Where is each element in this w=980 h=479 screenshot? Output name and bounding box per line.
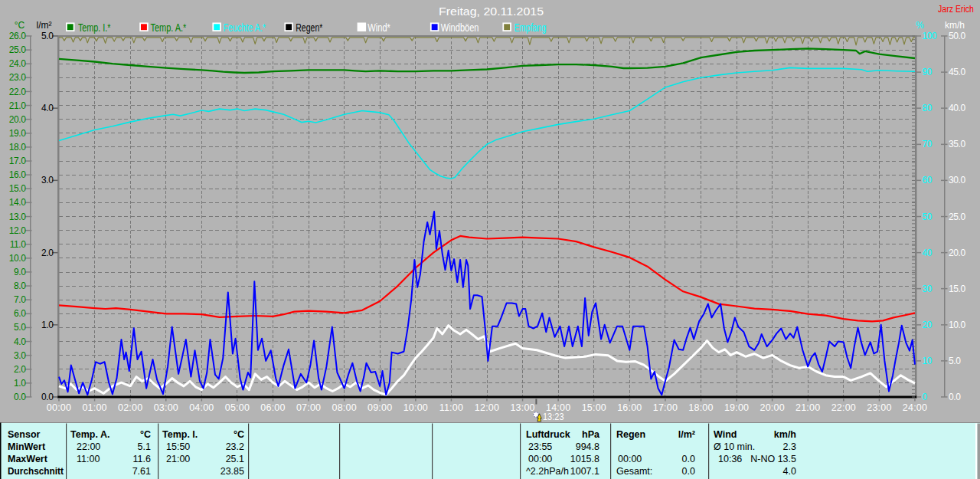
svg-text:25.0: 25.0: [9, 44, 26, 55]
svg-text:26.0: 26.0: [9, 31, 26, 41]
svg-text:17.0: 17.0: [9, 156, 26, 166]
svg-text:60: 60: [923, 175, 933, 185]
svg-text:0.0: 0.0: [949, 392, 961, 402]
svg-text:14.0: 14.0: [9, 197, 26, 208]
svg-text:16:00: 16:00: [617, 402, 642, 413]
svg-text:l/m²: l/m²: [37, 20, 52, 31]
svg-text:22:00: 22:00: [831, 402, 856, 413]
svg-text:20.0: 20.0: [949, 248, 965, 258]
svg-text:5.0: 5.0: [14, 322, 26, 333]
svg-text:10: 10: [923, 356, 933, 366]
svg-text:12.0: 12.0: [9, 225, 26, 236]
svg-text:1.0: 1.0: [14, 378, 26, 389]
svg-text:N-NO 13.5: N-NO 13.5: [750, 454, 796, 464]
svg-text:Regen*: Regen*: [296, 21, 322, 34]
svg-text:1.0: 1.0: [41, 320, 54, 330]
svg-text:Temp. I.: Temp. I.: [162, 429, 198, 440]
svg-text:Jarz Erich: Jarz Erich: [938, 4, 974, 15]
svg-text:15.0: 15.0: [9, 183, 26, 194]
svg-text:8.0: 8.0: [14, 281, 26, 291]
svg-text:00:00: 00:00: [47, 402, 71, 413]
svg-text:Temp. A.: Temp. A.: [70, 429, 109, 440]
svg-text:Wind: Wind: [714, 429, 737, 440]
svg-text:10:36: 10:36: [718, 454, 742, 464]
svg-text:40.0: 40.0: [949, 103, 965, 113]
svg-text:5.0: 5.0: [949, 356, 961, 366]
svg-text:40: 40: [923, 248, 933, 258]
svg-text:2.3: 2.3: [783, 441, 796, 452]
svg-text:04:00: 04:00: [189, 402, 214, 413]
svg-text:23:00: 23:00: [867, 402, 891, 413]
svg-text:01:00: 01:00: [82, 402, 106, 413]
svg-text:25.1: 25.1: [226, 454, 244, 464]
svg-text:16.0: 16.0: [9, 169, 26, 180]
svg-text:15.0: 15.0: [949, 284, 965, 294]
svg-text:20.0: 20.0: [9, 114, 26, 125]
svg-text:22.0: 22.0: [9, 87, 26, 97]
svg-text:km/h: km/h: [945, 20, 965, 31]
svg-text:4.0: 4.0: [14, 336, 26, 347]
svg-text:00:00: 00:00: [618, 454, 642, 464]
svg-text:11.0: 11.0: [10, 239, 27, 250]
svg-text:9.0: 9.0: [14, 267, 26, 277]
svg-text:24.0: 24.0: [9, 58, 26, 69]
svg-text:02:00: 02:00: [118, 402, 142, 413]
svg-text:17:00: 17:00: [653, 402, 678, 413]
svg-text:15:00: 15:00: [582, 402, 606, 413]
svg-text:09:00: 09:00: [368, 402, 392, 413]
svg-text:5.0: 5.0: [41, 31, 54, 41]
svg-text:10.0: 10.0: [949, 320, 965, 330]
svg-text:24:00: 24:00: [903, 402, 927, 413]
svg-text:21:00: 21:00: [166, 454, 190, 464]
svg-text:3.0: 3.0: [14, 350, 26, 361]
svg-text:Wind*: Wind*: [368, 21, 390, 34]
svg-text:45.0: 45.0: [949, 67, 965, 77]
svg-text:15:50: 15:50: [166, 441, 190, 452]
svg-text:2.0: 2.0: [41, 248, 54, 258]
svg-text:4.0: 4.0: [41, 103, 54, 113]
svg-text:19:00: 19:00: [724, 402, 749, 413]
svg-text:08:00: 08:00: [332, 402, 357, 413]
svg-text:Temp. I.*: Temp. I.*: [78, 21, 111, 34]
svg-text:Gesamt:: Gesamt:: [616, 466, 652, 477]
svg-text:7.61: 7.61: [132, 466, 151, 477]
svg-text:10:00: 10:00: [403, 402, 428, 413]
svg-text:7.0: 7.0: [14, 294, 26, 305]
svg-text:Freitag, 20.11.2015: Freitag, 20.11.2015: [439, 5, 544, 18]
svg-text:3.0: 3.0: [41, 175, 54, 185]
svg-text:6.0: 6.0: [14, 308, 26, 319]
svg-text:70: 70: [923, 139, 933, 149]
svg-text:^2.2hPa/h: ^2.2hPa/h: [526, 466, 569, 477]
svg-text:21:00: 21:00: [795, 402, 820, 413]
svg-text:Sensor: Sensor: [8, 429, 41, 440]
svg-text:Regen: Regen: [616, 429, 645, 440]
svg-text:23.2: 23.2: [226, 441, 244, 452]
svg-text:00:00: 00:00: [528, 454, 552, 464]
svg-text:994.8: 994.8: [576, 441, 599, 452]
svg-text:0.0: 0.0: [41, 392, 54, 402]
svg-text:°C: °C: [15, 20, 25, 31]
svg-text:km/h: km/h: [774, 429, 796, 440]
svg-text:18.0: 18.0: [9, 142, 26, 153]
svg-text:30: 30: [923, 284, 933, 294]
svg-text:20:00: 20:00: [760, 402, 785, 413]
svg-text:25.0: 25.0: [949, 212, 965, 222]
svg-text:11:00: 11:00: [77, 454, 100, 464]
svg-text:50.0: 50.0: [949, 31, 965, 41]
svg-text:2.0: 2.0: [14, 364, 26, 375]
svg-text:Windböen: Windböen: [441, 21, 479, 34]
svg-text:1007.1: 1007.1: [570, 466, 599, 477]
svg-text:22:00: 22:00: [77, 441, 100, 452]
svg-text:13.0: 13.0: [9, 212, 26, 222]
svg-text:21.0: 21.0: [9, 100, 26, 111]
svg-text:35.0: 35.0: [949, 139, 965, 149]
svg-text:Feuchte A.*: Feuchte A.*: [224, 21, 266, 34]
svg-text:11:00: 11:00: [439, 402, 463, 413]
svg-text:5.1: 5.1: [138, 441, 151, 452]
svg-text:19.0: 19.0: [9, 128, 26, 139]
svg-text:06:00: 06:00: [260, 402, 285, 413]
svg-text:MinWert: MinWert: [8, 441, 46, 452]
svg-text:0.0: 0.0: [14, 392, 26, 402]
svg-text:°C: °C: [234, 429, 244, 440]
svg-text:13:00: 13:00: [510, 402, 534, 413]
